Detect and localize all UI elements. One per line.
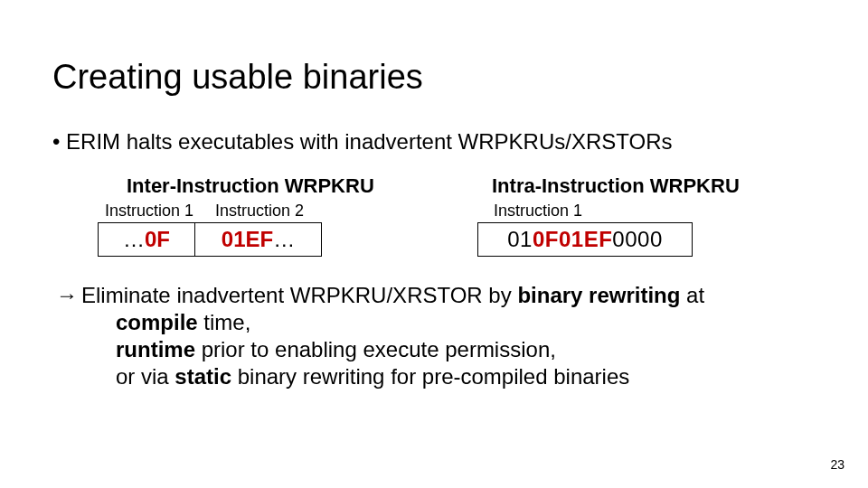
inter-box2-suffix: … xyxy=(273,227,295,251)
concl-l3a: runtime xyxy=(116,337,195,361)
inter-instruction-example: Inter-Instruction WRPKRU Instruction 1 I… xyxy=(98,174,477,257)
concl-l4c: binary rewriting for pre-compiled binari… xyxy=(231,364,629,389)
slide: Creating usable binaries • ERIM halts ex… xyxy=(0,0,868,488)
inter-labels: Instruction 1 Instruction 2 xyxy=(98,202,342,221)
inter-box-2: 01EF… xyxy=(195,222,322,257)
concl-l2b: time, xyxy=(198,310,251,334)
inter-label-2: Instruction 2 xyxy=(215,202,342,221)
intra-big-suffix: 0000 xyxy=(612,227,662,251)
conclusion-line-1: → Eliminate inadvertent WRPKRU/XRSTOR by… xyxy=(56,282,816,309)
intra-big-red: 0F01EF xyxy=(533,227,612,251)
inter-boxes: …0F 01EF… xyxy=(98,222,322,257)
concl-l4: or via static binary rewriting for pre-c… xyxy=(116,363,816,390)
inter-heading: Inter-Instruction WRPKRU xyxy=(127,174,374,198)
intra-box: 010F01EF0000 xyxy=(477,222,693,257)
concl-l2: compile time, xyxy=(116,309,816,336)
concl-l2a: compile xyxy=(116,310,198,334)
intra-instruction-example: Intra-Instruction WRPKRU Instruction 1 0… xyxy=(477,174,803,257)
conclusion: → Eliminate inadvertent WRPKRU/XRSTOR by… xyxy=(56,282,816,390)
inter-box1-red: 0F xyxy=(145,227,170,251)
inter-box1-prefix: … xyxy=(123,227,145,251)
slide-title: Creating usable binaries xyxy=(52,58,816,97)
concl-l1b: binary rewriting xyxy=(517,283,680,307)
intra-label-1: Instruction 1 xyxy=(494,202,582,221)
intra-heading: Intra-Instruction WRPKRU xyxy=(492,174,740,198)
inter-box-1: …0F xyxy=(98,222,195,257)
concl-l3: runtime prior to enabling execute permis… xyxy=(116,336,816,363)
concl-l3b: prior to enabling execute permission, xyxy=(195,337,556,361)
concl-l1c: at xyxy=(680,283,704,307)
inter-label-1: Instruction 1 xyxy=(105,202,215,221)
arrow-icon: → xyxy=(56,282,81,309)
inter-box2-red: 01EF xyxy=(222,227,273,251)
concl-l4b: static xyxy=(175,364,231,389)
conclusion-rest: compile time, runtime prior to enabling … xyxy=(116,309,816,390)
concl-l1a: Eliminate inadvertent WRPKRU/XRSTOR by xyxy=(81,283,517,307)
concl-l1-text: Eliminate inadvertent WRPKRU/XRSTOR by b… xyxy=(81,282,704,309)
page-number: 23 xyxy=(830,457,844,472)
examples-row: Inter-Instruction WRPKRU Instruction 1 I… xyxy=(98,174,816,257)
intra-boxes: 010F01EF0000 xyxy=(477,222,693,257)
bullet-erim-halts: • ERIM halts executables with inadverten… xyxy=(52,129,816,155)
concl-l4a: or via xyxy=(116,364,175,389)
intra-big-prefix: 01 xyxy=(507,227,533,251)
